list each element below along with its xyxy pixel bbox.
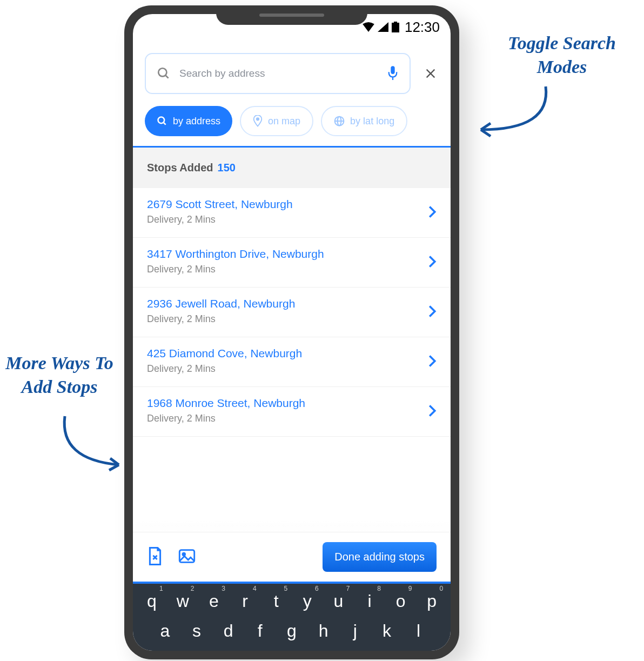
search-area: by address on map by lat long [133,40,451,146]
stop-meta: Delivery, 2 Mins [147,363,421,375]
keyboard-key-w[interactable]: 2w [169,591,196,611]
stop-address: 3417 Worthington Drive, Newburgh [147,248,421,261]
stops-count: 150 [218,162,236,174]
annotation-arrow-right [470,81,562,151]
svg-line-9 [164,123,166,125]
mode-by-address[interactable]: by address [145,106,232,136]
keyboard-key-a[interactable]: a [151,621,178,641]
chevron-right-icon [428,205,437,218]
mode-on-map[interactable]: on map [240,106,313,136]
chevron-right-icon [428,355,437,368]
battery-icon [392,22,399,32]
keyboard-key-t[interactable]: 5t [263,591,290,611]
wifi-icon [363,22,374,32]
svg-line-3 [165,75,168,78]
keyboard-key-r[interactable]: 4r [232,591,259,611]
search-mode-tabs: by address on map by lat long [145,106,439,136]
stop-meta: Delivery, 2 Mins [147,313,421,325]
annotation-toggle-modes: Toggle Search Modes [486,31,638,79]
keyboard-key-h[interactable]: h [310,621,337,641]
keyboard-key-j[interactable]: j [341,621,368,641]
stop-address: 2679 Scott Street, Newburgh [147,198,421,211]
mode-label: on map [268,116,300,127]
mode-label: by address [173,116,220,127]
svg-rect-4 [391,66,394,74]
mode-by-latlong[interactable]: by lat long [321,106,407,136]
keyboard-key-l[interactable]: l [405,621,432,641]
stop-item[interactable]: 2679 Scott Street, Newburgh Delivery, 2 … [133,188,451,238]
keyboard-key-o[interactable]: 9o [387,591,414,611]
search-icon [157,116,167,126]
stop-item[interactable]: 425 Diamond Cove, Newburgh Delivery, 2 M… [133,337,451,387]
keyboard-key-p[interactable]: 0p [418,591,445,611]
svg-rect-0 [392,23,399,32]
keyboard: 1q2w3e4r5t6y7u8i9o0p asdfghjkl [133,584,451,651]
keyboard-key-f[interactable]: f [246,621,273,641]
keyboard-key-q[interactable]: 1q [138,591,165,611]
signal-icon [378,22,388,32]
search-box[interactable] [145,53,411,94]
done-adding-stops-button[interactable]: Done adding stops [323,542,437,572]
keyboard-key-d[interactable]: d [215,621,242,641]
stop-address: 2936 Jewell Road, Newburgh [147,297,421,310]
import-image-button[interactable] [178,548,196,566]
keyboard-key-s[interactable]: s [183,621,210,641]
svg-point-8 [158,117,165,124]
svg-point-2 [158,68,166,76]
svg-point-17 [183,553,185,556]
phone-screen: 12:30 by address [133,14,451,651]
stop-meta: Delivery, 2 Mins [147,264,421,275]
search-icon [157,66,171,81]
bottom-toolbar: Done adding stops [133,532,451,584]
keyboard-key-i[interactable]: 8i [356,591,383,611]
mic-icon[interactable] [387,66,399,81]
annotation-arrow-left [43,411,135,481]
pin-icon [253,115,263,127]
stops-header-label: Stops Added [147,162,213,174]
chevron-right-icon [428,404,437,417]
phone-notch [216,5,367,25]
import-file-button[interactable] [147,546,163,568]
stops-header: Stops Added 150 [133,148,451,188]
stops-list: 2679 Scott Street, Newburgh Delivery, 2 … [133,188,451,437]
phone-frame: 12:30 by address [124,5,459,659]
status-time: 12:30 [405,19,440,36]
svg-rect-16 [179,550,194,562]
fade-overlay [133,510,451,532]
close-search-button[interactable] [422,65,439,82]
stop-item[interactable]: 1968 Monroe Street, Newburgh Delivery, 2… [133,387,451,437]
annotation-more-ways: More Ways To Add Stops [0,351,119,399]
stop-meta: Delivery, 2 Mins [147,413,421,424]
stop-item[interactable]: 3417 Worthington Drive, Newburgh Deliver… [133,238,451,288]
keyboard-key-u[interactable]: 7u [325,591,352,611]
chevron-right-icon [428,255,437,268]
chevron-right-icon [428,305,437,318]
keyboard-key-e[interactable]: 3e [200,591,227,611]
stop-item[interactable]: 2936 Jewell Road, Newburgh Delivery, 2 M… [133,288,451,337]
mode-label: by lat long [350,116,394,127]
keyboard-key-g[interactable]: g [278,621,305,641]
globe-icon [334,116,345,126]
keyboard-key-y[interactable]: 6y [294,591,321,611]
search-input[interactable] [179,68,378,79]
svg-rect-1 [394,22,397,23]
keyboard-key-k[interactable]: k [373,621,400,641]
stop-address: 1968 Monroe Street, Newburgh [147,397,421,410]
stop-address: 425 Diamond Cove, Newburgh [147,347,421,360]
stop-meta: Delivery, 2 Mins [147,214,421,225]
svg-point-10 [257,118,259,120]
